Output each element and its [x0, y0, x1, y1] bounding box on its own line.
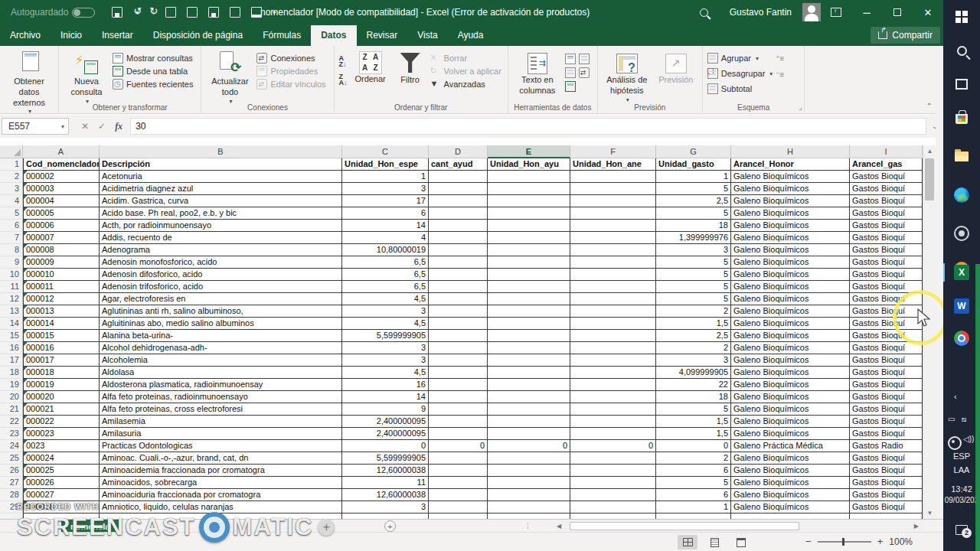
header-cell[interactable]: Cod_nomenclador: [23, 158, 100, 171]
row-number[interactable]: 16: [0, 342, 23, 354]
cell[interactable]: [429, 342, 488, 354]
column-header-G[interactable]: G: [656, 145, 731, 158]
cell[interactable]: 12,60000038: [342, 465, 429, 477]
cell[interactable]: Adenograma: [100, 244, 342, 256]
tab-fórmulas[interactable]: Fórmulas: [253, 25, 311, 46]
column-header-F[interactable]: F: [570, 145, 656, 158]
cell[interactable]: 4,5: [342, 318, 429, 330]
row-number[interactable]: 23: [0, 428, 23, 440]
cell[interactable]: Gastos Bioquí: [850, 489, 923, 501]
cell[interactable]: 6,5: [342, 256, 429, 269]
cell[interactable]: [429, 281, 488, 293]
language-indicator[interactable]: ESP: [943, 452, 980, 461]
cell[interactable]: 000005: [23, 207, 100, 220]
cell[interactable]: 3: [342, 183, 429, 195]
name-box-dropdown-icon[interactable]: ▾: [61, 123, 64, 130]
cell[interactable]: [570, 501, 656, 514]
select-all-corner[interactable]: [0, 145, 23, 158]
taskbar-search-icon[interactable]: [951, 40, 972, 61]
cell[interactable]: Galeno Bioquímicos: [731, 403, 850, 416]
scroll-left-icon[interactable]: ◀: [553, 523, 561, 530]
column-header-C[interactable]: C: [342, 145, 429, 158]
header-cell[interactable]: Arancel_gas: [850, 158, 923, 171]
cell[interactable]: [570, 428, 656, 440]
undo-icon[interactable]: ↺▾: [133, 6, 139, 18]
cell[interactable]: 6,5: [342, 281, 429, 293]
cell[interactable]: Galeno Bioquímicos: [731, 428, 850, 440]
cell[interactable]: Acth, por radioinmunoensayo: [100, 220, 342, 232]
keyboard-layout-indicator[interactable]: LAA: [943, 465, 980, 474]
row-number[interactable]: 1: [0, 158, 23, 171]
cell[interactable]: [429, 207, 488, 220]
cell[interactable]: [570, 403, 656, 416]
consolidate-icon[interactable]: [579, 67, 590, 78]
cell[interactable]: 2: [656, 305, 731, 318]
cell[interactable]: 3: [342, 305, 429, 318]
tab-disposición-de-página[interactable]: Disposición de página: [143, 25, 253, 46]
cell[interactable]: Acetonuria: [100, 171, 342, 183]
cell[interactable]: [570, 269, 656, 281]
save-icon[interactable]: [112, 7, 122, 18]
cell[interactable]: [488, 195, 570, 207]
column-header-D[interactable]: D: [429, 145, 488, 158]
clear-filter-button[interactable]: ✕Borrar: [430, 53, 501, 64]
clock-date[interactable]: 09/03/202: [943, 496, 980, 504]
cell[interactable]: 10,80000019: [342, 244, 429, 256]
word-taskbar-icon[interactable]: W: [951, 295, 972, 317]
cell[interactable]: 000022: [23, 416, 100, 428]
cell[interactable]: 000006: [23, 220, 100, 232]
cell[interactable]: [488, 342, 570, 354]
cell[interactable]: [570, 207, 656, 220]
new-sheet-icon[interactable]: +: [384, 520, 396, 532]
zoom-level[interactable]: 100%: [889, 536, 913, 547]
cell[interactable]: [429, 428, 488, 440]
cell[interactable]: [488, 489, 570, 501]
cell[interactable]: 5: [656, 269, 731, 281]
cell[interactable]: 18: [656, 391, 731, 403]
cell[interactable]: 000021: [23, 403, 100, 416]
cell[interactable]: 2,5: [656, 195, 731, 207]
column-header-A[interactable]: A: [23, 145, 100, 158]
screencast-record-icon[interactable]: [951, 223, 972, 244]
cell[interactable]: Gastos Bioquí: [850, 183, 923, 195]
cell[interactable]: 000024: [23, 452, 100, 465]
cell[interactable]: 000019: [23, 379, 100, 391]
task-view-icon[interactable]: [951, 73, 972, 95]
header-cell[interactable]: Unidad_Hon_ayu: [488, 158, 570, 171]
row-number[interactable]: 18: [0, 367, 23, 379]
cell[interactable]: [570, 330, 656, 342]
cell[interactable]: Galeno Bioquímicos: [731, 465, 850, 477]
cell[interactable]: [488, 269, 570, 281]
sort-asc-icon[interactable]: AZ↓: [339, 55, 348, 67]
what-if-button[interactable]: Análisis de hipótesis▾: [603, 49, 652, 104]
refresh-all-button[interactable]: ⟳ Actualizar todo▾: [206, 49, 253, 106]
cell[interactable]: 3: [342, 354, 429, 367]
row-number[interactable]: 29: [0, 501, 23, 514]
cell[interactable]: Gastos Bioquí: [850, 207, 923, 220]
cell[interactable]: [429, 416, 488, 428]
ungroup-button[interactable]: Desagrupar▾: [707, 68, 773, 79]
row-number[interactable]: 12: [0, 293, 23, 305]
cell[interactable]: Galeno Bioquímicos: [731, 244, 850, 256]
show-detail-icon[interactable]: ⁺≡: [776, 54, 784, 63]
cell[interactable]: Galeno Bioquímicos: [731, 416, 850, 428]
row-number[interactable]: 9: [0, 256, 23, 269]
column-header-E[interactable]: E: [488, 145, 570, 158]
cell[interactable]: 14: [342, 391, 429, 403]
cell[interactable]: Gastos Bioquí: [850, 379, 923, 391]
cell[interactable]: 0: [342, 440, 429, 452]
advanced-filter-button[interactable]: ▼Avanzadas: [430, 79, 501, 90]
cell[interactable]: 18: [656, 220, 731, 232]
row-number[interactable]: 11: [0, 281, 23, 293]
cell[interactable]: [570, 281, 656, 293]
cell[interactable]: Gastos Bioquí: [850, 244, 923, 256]
horizontal-scroll-thumb[interactable]: [570, 522, 799, 530]
cell[interactable]: 000012: [23, 293, 100, 305]
row-number[interactable]: 21: [0, 403, 23, 416]
row-number[interactable]: 7: [0, 232, 23, 244]
cell[interactable]: [429, 305, 488, 318]
row-number[interactable]: 24: [0, 440, 23, 452]
cell[interactable]: Gastos Bioquí: [850, 171, 923, 183]
group-button[interactable]: Agrupar▾: [707, 53, 773, 64]
cell[interactable]: 000026: [23, 477, 100, 489]
